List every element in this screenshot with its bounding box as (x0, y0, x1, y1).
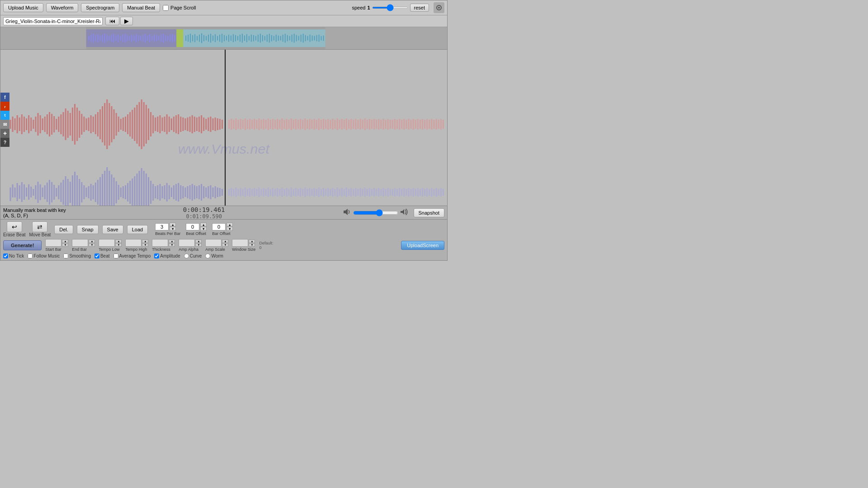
follow-music-checkbox[interactable] (28, 253, 33, 258)
amplitude-checkbox-label[interactable]: Amplitude (154, 253, 180, 258)
help-button[interactable]: ? (0, 138, 9, 147)
settings-icon[interactable] (434, 2, 444, 13)
svg-rect-111 (9, 120, 11, 129)
start-bar-up[interactable]: ▲ (62, 239, 68, 243)
amp-scale-input[interactable] (205, 239, 222, 247)
thickness-input[interactable] (152, 239, 168, 247)
amp-alpha-input[interactable] (179, 239, 195, 247)
spectrogram-button[interactable]: Spectrogram (81, 3, 119, 12)
window-size-down[interactable]: ▼ (249, 243, 255, 247)
upload-screen-button[interactable]: UploadScreen (401, 241, 444, 250)
window-size-input[interactable] (232, 239, 248, 247)
generate-button[interactable]: Generate! (3, 240, 42, 250)
svg-rect-354 (136, 174, 137, 206)
svg-rect-420 (293, 189, 294, 196)
svg-rect-416 (283, 189, 285, 196)
svg-rect-16 (109, 36, 110, 41)
svg-rect-316 (49, 180, 50, 205)
curve-radio[interactable] (184, 253, 189, 258)
svg-rect-127 (47, 114, 48, 134)
facebook-button[interactable]: f (0, 93, 9, 102)
start-bar-down[interactable]: ▼ (62, 243, 68, 247)
page-scroll-checkbox[interactable] (163, 5, 169, 11)
tempo-high-up[interactable]: ▲ (142, 239, 148, 243)
amp-alpha-up[interactable]: ▲ (195, 239, 202, 243)
window-size-up[interactable]: ▲ (249, 239, 255, 243)
svg-rect-117 (24, 117, 25, 132)
beat-offset-down[interactable]: ▼ (200, 227, 207, 231)
move-beat-button[interactable]: ⇄ (32, 221, 47, 232)
worm-checkbox-label[interactable]: Worm (205, 253, 223, 258)
waveform-area[interactable]: www.Vmus.net (0, 50, 447, 206)
average-tempo-checkbox[interactable] (113, 253, 118, 258)
beats-per-bar-input[interactable] (155, 223, 169, 230)
speed-slider[interactable] (372, 7, 408, 9)
svg-rect-295 (438, 120, 439, 129)
tempo-high-input[interactable] (125, 239, 142, 247)
smoothing-checkbox-label[interactable]: Smoothing (63, 253, 91, 258)
page-scroll-label[interactable]: Page Scroll (163, 5, 196, 11)
waveform-button[interactable]: Waveform (46, 3, 79, 12)
tempo-high-down[interactable]: ▼ (142, 243, 148, 247)
svg-rect-322 (63, 180, 64, 205)
snapshot-button[interactable]: Snapshot (414, 208, 444, 217)
curve-checkbox-label[interactable]: Curve (184, 253, 202, 258)
beat-checkbox-label[interactable]: Beat (94, 253, 110, 258)
svg-rect-373 (180, 185, 181, 199)
filename-input[interactable] (3, 17, 103, 25)
svg-rect-137 (70, 113, 71, 136)
no-tick-checkbox-label[interactable]: No Tick (3, 253, 24, 258)
start-bar-input[interactable] (45, 239, 61, 247)
svg-rect-276 (394, 119, 396, 130)
amp-scale-down[interactable]: ▼ (222, 243, 228, 247)
plus-button[interactable]: + (0, 129, 9, 138)
svg-rect-128 (49, 112, 50, 136)
reset-button[interactable]: reset (410, 4, 429, 12)
worm-radio[interactable] (205, 253, 210, 258)
svg-rect-121 (33, 120, 34, 129)
svg-rect-22 (122, 35, 123, 42)
svg-rect-450 (362, 189, 363, 196)
tempo-low-up[interactable]: ▲ (115, 239, 122, 243)
save-button[interactable]: Save (102, 225, 123, 234)
svg-rect-182 (173, 117, 175, 132)
thickness-up[interactable]: ▲ (169, 239, 175, 243)
beat-offset-up[interactable]: ▲ (200, 223, 207, 227)
del-button[interactable]: Del. (54, 225, 73, 234)
thickness-down[interactable]: ▼ (169, 243, 175, 247)
bar-offset-up[interactable]: ▲ (226, 223, 233, 227)
tempo-low-down[interactable]: ▼ (115, 243, 122, 247)
beats-per-bar-down[interactable]: ▼ (170, 227, 176, 231)
beats-per-bar-up[interactable]: ▲ (170, 223, 176, 227)
no-tick-checkbox[interactable] (3, 253, 8, 258)
upload-music-button[interactable]: Upload Music (3, 3, 43, 12)
play-button[interactable]: ▶ (120, 17, 133, 25)
end-bar-down[interactable]: ▼ (89, 243, 95, 247)
follow-music-checkbox-label[interactable]: Follow Music (28, 253, 60, 258)
twitter-button[interactable]: t (0, 111, 9, 120)
load-button[interactable]: Load (127, 225, 148, 234)
tempo-low-input[interactable] (99, 239, 115, 247)
beat-checkbox[interactable] (94, 253, 99, 258)
rewind-button[interactable]: ⏮ (105, 17, 119, 25)
erase-beat-button[interactable]: ↩ (7, 221, 22, 232)
email-button[interactable]: ✉ (0, 120, 9, 129)
reddit-button[interactable]: r (0, 102, 9, 111)
end-bar-input[interactable] (72, 239, 88, 247)
snap-button[interactable]: Snap (77, 225, 99, 234)
end-bar-up[interactable]: ▲ (89, 239, 95, 243)
amp-alpha-down[interactable]: ▼ (195, 243, 202, 247)
amplitude-checkbox[interactable] (154, 253, 159, 258)
bar-offset-input[interactable] (212, 223, 226, 230)
bar-offset-down[interactable]: ▼ (226, 227, 233, 231)
average-tempo-checkbox-label[interactable]: Average Tempo (113, 253, 151, 258)
smoothing-checkbox[interactable] (63, 253, 68, 258)
svg-rect-226 (279, 120, 280, 129)
svg-rect-465 (396, 189, 398, 196)
default-label: Default: (259, 241, 273, 245)
overview-bar[interactable] (0, 27, 447, 50)
manual-beat-button[interactable]: Manual Beat (122, 3, 160, 12)
amp-scale-up[interactable]: ▲ (222, 239, 228, 243)
beat-offset-input[interactable] (186, 223, 199, 230)
volume-slider[interactable] (353, 209, 398, 216)
